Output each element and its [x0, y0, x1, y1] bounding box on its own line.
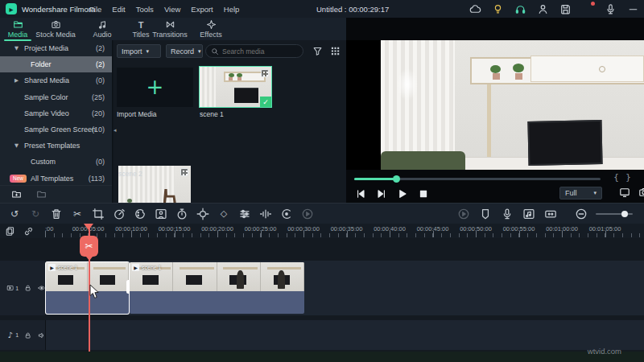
sidebar-item-custom[interactable]: Custom(0) — [0, 154, 112, 170]
snapshot-icon[interactable] — [638, 187, 644, 198]
stop-button[interactable] — [417, 188, 430, 200]
color-correction-icon[interactable] — [134, 208, 147, 220]
speed-icon[interactable] — [113, 208, 126, 220]
search-box[interactable] — [205, 44, 303, 58]
video-preview-frame — [346, 40, 644, 170]
cloud-sync-icon[interactable] — [469, 3, 481, 15]
render-icon[interactable] — [301, 208, 314, 220]
seek-bar[interactable] — [354, 178, 601, 180]
item-count: (0) — [96, 158, 105, 166]
preview-quality-dropdown[interactable]: Full▾ — [559, 187, 602, 200]
folder-icon[interactable] — [35, 189, 47, 200]
mute-speaker-icon[interactable] — [38, 331, 45, 340]
tab-label: Audio — [85, 31, 119, 39]
sidebar-item-sample-video[interactable]: Sample Video(20) — [0, 105, 112, 121]
sidebar-item-sample-green-screen[interactable]: Sample Green Screen(10) — [0, 121, 112, 138]
timeline-clip-2[interactable]: ▶scene 1 — [130, 262, 304, 314]
menu-file[interactable]: File — [89, 5, 101, 14]
render-preview-icon[interactable] — [457, 208, 470, 220]
chevron-down-icon[interactable]: ▼ — [14, 142, 19, 149]
audio-track-row[interactable]: ♪1 — [0, 320, 644, 350]
zoom-out-icon[interactable] — [575, 208, 588, 220]
item-count: (2) — [96, 44, 105, 52]
split-scissors-badge[interactable]: ✂ — [80, 236, 98, 257]
lock-icon[interactable] — [24, 331, 31, 340]
tab-stock-media[interactable]: Stock Media — [30, 19, 81, 39]
menu-edit[interactable]: Edit — [112, 5, 125, 14]
mark-in-out-icons[interactable]: {} — [613, 172, 638, 183]
playhead-top-marker[interactable] — [84, 224, 93, 230]
motion-tracking-icon[interactable] — [196, 208, 209, 220]
menu-help[interactable]: Help — [224, 5, 240, 14]
import-media-label: Import Media — [117, 110, 157, 118]
search-input[interactable] — [222, 47, 295, 56]
audio-clip-icon[interactable] — [522, 208, 535, 220]
redo-icon[interactable]: ↻ — [29, 208, 42, 220]
delete-icon[interactable] — [50, 208, 63, 220]
timeline-toolbar: ↺↻✂◇ — [0, 203, 644, 224]
account-icon[interactable] — [537, 3, 549, 15]
clip-frame-thumbnail — [261, 262, 304, 291]
previous-frame-button[interactable] — [354, 188, 367, 200]
new-folder-icon[interactable] — [10, 189, 23, 200]
import-dropdown[interactable]: Import▾ — [117, 44, 161, 58]
next-frame-button[interactable] — [375, 188, 388, 200]
tab-effects[interactable]: Effects — [192, 19, 229, 39]
display-device-icon[interactable] — [618, 187, 631, 198]
collapse-panel-icon[interactable]: ◂ — [114, 127, 117, 134]
sidebar-item-sample-color[interactable]: Sample Color(25) — [0, 89, 112, 105]
filter-icon[interactable] — [312, 46, 323, 56]
sidebar-item-all-templates[interactable]: NewAll Templates(113) — [0, 171, 112, 187]
record-voiceover-icon[interactable] — [501, 208, 514, 220]
menu-tools[interactable]: Tools — [136, 5, 154, 14]
notifications-mail-icon[interactable] — [582, 3, 594, 15]
copy-board-icon[interactable] — [5, 226, 15, 237]
tips-icon[interactable] — [492, 3, 504, 15]
marker-icon[interactable] — [479, 208, 492, 220]
batch-edit-icon[interactable] — [544, 208, 557, 220]
titles-tab-icon: T — [136, 19, 147, 30]
undo-icon[interactable]: ↺ — [8, 208, 21, 220]
record-dropdown[interactable]: Record▾ — [166, 44, 203, 58]
chevron-right-icon[interactable]: ▶ — [14, 77, 19, 84]
ruler-timestamp: 00:00:45:00 — [417, 225, 449, 232]
thumbnail-options-icon[interactable] — [261, 69, 269, 77]
sidebar-item-folder[interactable]: Folder(2) — [0, 56, 112, 72]
sidebar-item-preset-templates[interactable]: ▼Preset Templates — [0, 138, 112, 154]
project-title: Untitled : 00:00:29:17 — [316, 5, 389, 14]
minimize-icon[interactable] — [627, 3, 639, 15]
menu-view[interactable]: View — [164, 5, 180, 14]
view-grid-icon[interactable] — [330, 46, 341, 56]
timeline-ruler[interactable]: :00:0000:00:05:0000:00:10:0000:00:15:000… — [0, 224, 644, 238]
timeline-clip-1[interactable]: ▶scene 1 — [46, 262, 129, 314]
split-scissors-icon[interactable]: ✂ — [71, 208, 84, 220]
tab-audio[interactable]: Audio — [85, 19, 119, 39]
sidebar-item-project-media[interactable]: ▼Project Media(2) — [0, 40, 112, 56]
seek-handle[interactable] — [393, 175, 400, 183]
voiceover-icon[interactable] — [605, 3, 617, 15]
zoom-slider-handle[interactable] — [621, 211, 628, 217]
adjust-icon[interactable] — [238, 208, 251, 220]
support-headset-icon[interactable] — [514, 3, 526, 15]
sidebar-item-shared-media[interactable]: ▶Shared Media(0) — [0, 72, 112, 88]
audio-denoise-icon[interactable] — [280, 208, 293, 220]
media-toolbar: Import▾ Record▾ — [114, 40, 346, 61]
crop-icon[interactable] — [92, 208, 105, 220]
thumbnail-options-icon[interactable] — [180, 168, 188, 176]
clip-trim-handle[interactable] — [126, 280, 129, 294]
play-button[interactable] — [396, 188, 409, 200]
green-screen-icon[interactable] — [155, 208, 167, 220]
duration-icon[interactable] — [175, 208, 188, 220]
app-name: Wondershare Filmora — [22, 5, 95, 14]
media-item-scene1[interactable]: ✓ — [200, 67, 271, 107]
audio-mixer-icon[interactable] — [259, 208, 272, 220]
ruler-timestamp: 00:01:05:00 — [589, 225, 621, 232]
chevron-down-icon[interactable]: ▼ — [14, 45, 19, 51]
save-project-icon[interactable] — [559, 3, 572, 15]
import-media-tile[interactable]: + — [117, 68, 193, 107]
menu-export[interactable]: Export — [191, 5, 213, 14]
keyframe-icon[interactable]: ◇ — [217, 208, 230, 220]
tab-transitions[interactable]: Transitions — [147, 19, 193, 39]
timeline-zoom-slider[interactable] — [596, 213, 633, 215]
link-clips-icon[interactable] — [23, 226, 34, 237]
